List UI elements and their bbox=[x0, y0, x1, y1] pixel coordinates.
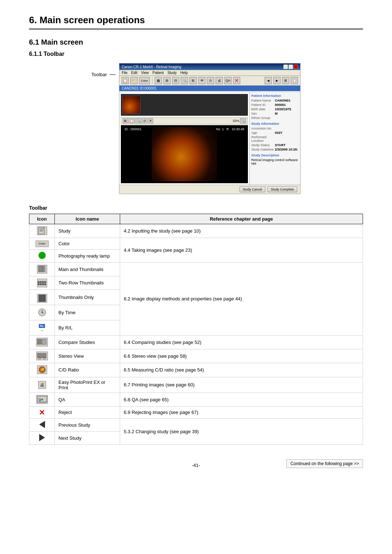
img-tool-4[interactable]: ⊙ bbox=[142, 118, 147, 123]
icon-name-thumb-only: Thumbnails Only bbox=[55, 290, 120, 305]
img-tool-5[interactable]: ✕ bbox=[148, 118, 153, 123]
icon-cell-thumb-only bbox=[29, 290, 55, 305]
toolbar-label: Toolbar — bbox=[91, 63, 115, 78]
thumbnail-1[interactable] bbox=[122, 96, 140, 114]
menu-help[interactable]: Help bbox=[180, 71, 188, 75]
ref-display-methods: 6.2 Image display methods and properties… bbox=[120, 262, 363, 335]
toolbar-study-icon[interactable]: 📋 bbox=[122, 77, 129, 84]
app-title: Canon CR-1 MarkII - Retinal Imaging bbox=[122, 65, 181, 69]
toolbar-table-section: Toolbar Icon Icon name Reference chapter… bbox=[29, 205, 363, 445]
toolbar-extra1-icon[interactable]: ⊞ bbox=[282, 77, 289, 84]
label-performed-location: Performed Location bbox=[251, 135, 275, 143]
img-tool-2[interactable]: 📋 bbox=[128, 118, 135, 123]
col-header-reference: Reference chapter and page bbox=[120, 214, 363, 224]
icon-cell-reject: ✕ bbox=[29, 406, 55, 418]
image-info-overlay: No. 1 R 10:30:48 bbox=[216, 127, 244, 131]
img-tool-1[interactable]: ⊞ bbox=[123, 118, 128, 123]
icon-name-photo: Photography ready lamp bbox=[55, 249, 120, 262]
field-patient-id: Patient ID 000001 bbox=[251, 103, 299, 107]
image-id-text: ID : 000001 bbox=[124, 127, 142, 131]
continued-link[interactable]: Continued on the following page >> bbox=[286, 459, 363, 468]
toolbar-main-thumb-icon[interactable]: ▦ bbox=[155, 77, 162, 84]
toolbar-search-icon[interactable]: 🔍 bbox=[181, 77, 188, 84]
field-age: Age 033Y bbox=[251, 131, 299, 135]
color-icon: Color bbox=[36, 241, 49, 247]
label-patient-name: Patient Name bbox=[251, 99, 275, 102]
label-study-status: Study Status bbox=[251, 143, 275, 147]
toolbar-next-icon[interactable]: ▶ bbox=[273, 77, 281, 84]
thumbnails-only-icon bbox=[37, 294, 47, 303]
app-screenshot: Canon CR-1 MarkII - Retinal Imaging File… bbox=[119, 63, 301, 194]
maximize-button[interactable] bbox=[289, 65, 293, 69]
toolbar-extra2-icon[interactable]: 📋 bbox=[291, 77, 298, 84]
gc bbox=[40, 281, 42, 283]
table-row: Stereo View 6.6 Stereo view (see page 58… bbox=[29, 349, 363, 363]
print-icon: 🖨 bbox=[38, 381, 46, 389]
menu-edit[interactable]: Edit bbox=[131, 71, 137, 75]
svg-text:QA: QA bbox=[38, 398, 44, 401]
page-footer: -41- Continued on the following page >> bbox=[29, 459, 363, 468]
two-row-icon bbox=[37, 279, 47, 287]
toolbar-open-icon[interactable]: 📂 bbox=[130, 77, 138, 84]
ref-study: 4.2 Inputting the study (see page 10) bbox=[120, 224, 363, 238]
study-complete-button[interactable]: Study Complete bbox=[268, 186, 297, 192]
separator-1 bbox=[152, 77, 152, 84]
icon-name-stereo: Stereo View bbox=[55, 349, 120, 363]
icon-cell-compare bbox=[29, 335, 55, 349]
study-cancel-button[interactable]: Study Cancel bbox=[240, 186, 266, 192]
minimize-button[interactable] bbox=[283, 65, 288, 69]
toolbar-prev-icon[interactable]: ◀ bbox=[265, 77, 272, 84]
toolbar-reject-icon[interactable]: ✕ bbox=[233, 77, 240, 84]
close-button[interactable] bbox=[294, 65, 298, 69]
toolbar-qa-icon[interactable]: QA bbox=[224, 77, 232, 84]
app-left-panel: ⊞ 📋 🔍 ⊙ ✕ 32% 🔍 ID : 000001 bbox=[119, 93, 249, 185]
ref-reject: 6.9 Rejecting images (see page 67) bbox=[120, 406, 363, 418]
field-birth-date: Birth date 10/25/1975 bbox=[251, 107, 299, 111]
toolbar-color-icon[interactable]: Color bbox=[139, 77, 150, 84]
toolbar-two-row-icon[interactable]: ⊞ bbox=[163, 77, 171, 84]
ref-changing-study: 5.3.2 Changing study (see page 39) bbox=[120, 418, 363, 444]
svg-rect-14 bbox=[38, 341, 40, 343]
toolbar-icon-table: Icon Icon name Reference chapter and pag… bbox=[29, 214, 363, 445]
menu-view[interactable]: View bbox=[141, 71, 149, 75]
by-rl-icon: RL → bbox=[39, 324, 45, 333]
menu-patient[interactable]: Patient bbox=[152, 71, 164, 75]
toolbar-compare-icon[interactable]: ⊞ bbox=[189, 77, 197, 84]
icon-name-by-rl: By R/L bbox=[55, 320, 120, 335]
toolbar-thumb-only-icon[interactable]: ⊟ bbox=[172, 77, 179, 84]
field-ethnic: Ethnic Group bbox=[251, 116, 299, 120]
menu-study[interactable]: Study bbox=[167, 71, 177, 75]
icon-cell-photo bbox=[29, 249, 55, 262]
chapter-title: 6. Main screen operations bbox=[29, 15, 363, 29]
icon-name-cd: C/D Ratio bbox=[55, 363, 120, 377]
img-tool-6[interactable]: 🔍 bbox=[240, 118, 246, 123]
menu-file[interactable]: File bbox=[122, 71, 127, 75]
main-image-area: ID : 000001 No. 1 R 10:30:48 bbox=[121, 125, 248, 183]
app-right-panel: Patient Information Patient Name CANON01… bbox=[249, 93, 300, 185]
thumbnail-strip bbox=[121, 94, 248, 116]
study-description-value: Retinal imaging control software NM bbox=[251, 158, 299, 165]
value-sex: M bbox=[275, 112, 278, 115]
subsection-title: 6.1.1 Toolbar bbox=[29, 51, 363, 57]
icon-cell-study bbox=[29, 224, 55, 238]
toolbar-stereo-icon[interactable]: 👁 bbox=[198, 77, 205, 84]
table-row: Previous Study 5.3.2 Changing study (see… bbox=[29, 418, 363, 431]
field-sex: Sex M bbox=[251, 112, 299, 115]
value-patient-id: 000001 bbox=[275, 103, 286, 107]
icon-name-study: Study bbox=[55, 224, 120, 238]
toolbar-cd-icon[interactable]: ⊙ bbox=[207, 77, 214, 84]
icon-cell-stereo bbox=[29, 349, 55, 363]
patient-info-title: Patient Information bbox=[251, 94, 299, 98]
image-toolbar: ⊞ 📋 🔍 ⊙ ✕ 32% 🔍 bbox=[121, 117, 248, 124]
icon-cell-next bbox=[29, 431, 55, 444]
table-row: Color Color 4.4 Taking images (see page … bbox=[29, 238, 363, 250]
value-patient-name: CANON01 bbox=[275, 99, 290, 102]
thumbnails-only-grid bbox=[38, 295, 45, 301]
stereo-svg bbox=[37, 352, 47, 360]
toolbar-print-icon[interactable]: 🖨 bbox=[216, 77, 223, 84]
table-row: C/D Ratio 6.5 Measuring C/D ratio (see p… bbox=[29, 363, 363, 377]
img-tool-3[interactable]: 🔍 bbox=[135, 118, 142, 123]
icon-cell-by-time bbox=[29, 305, 55, 320]
svg-rect-5 bbox=[38, 266, 43, 272]
table-row: 🖨 Easy PhotoPrint EX orPrint 6.7 Printin… bbox=[29, 377, 363, 393]
